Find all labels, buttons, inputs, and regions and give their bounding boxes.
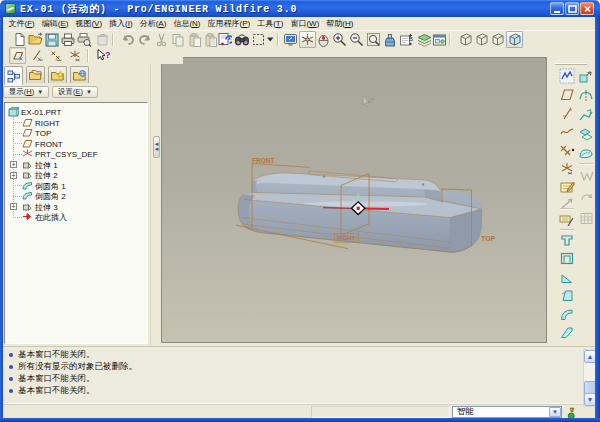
grid-disabled-button[interactable]: [577, 209, 595, 227]
tab-model-tree[interactable]: [4, 66, 23, 85]
revolve-tool-button[interactable]: [577, 87, 595, 105]
context-help-button[interactable]: ?: [93, 47, 115, 64]
spin-center-button[interactable]: [299, 31, 316, 48]
new-file-button[interactable]: [11, 31, 28, 48]
round-tool-button[interactable]: [558, 305, 576, 323]
boundary-blend-button[interactable]: [577, 144, 595, 162]
hole-tool-button[interactable]: [558, 231, 576, 249]
graphics-viewport[interactable]: FRONT RIGHT TOP: [161, 57, 547, 343]
cut-button[interactable]: [153, 31, 170, 48]
menu-window[interactable]: 窗口(W): [287, 18, 323, 29]
menu-view[interactable]: 视图(V): [72, 18, 106, 29]
tree-item-extrude2[interactable]: 拉伸 2: [22, 170, 58, 181]
find-button[interactable]: [233, 31, 250, 48]
draft-tool-icon: [560, 289, 574, 302]
tree-item-extrude1[interactable]: 拉伸 1: [22, 160, 58, 171]
datum-point-button[interactable]: [558, 141, 576, 159]
menu-insert[interactable]: 插入(I): [106, 18, 137, 29]
tab-connections[interactable]: [70, 66, 89, 83]
tree-item-csys[interactable]: PRT_CSYS_DEF: [22, 149, 98, 160]
selection-filter-combo[interactable]: 智能 ▼: [452, 406, 562, 418]
message-bullet-icon: [9, 377, 13, 381]
tree-item-front[interactable]: FRONT: [22, 139, 63, 150]
view-setup-button[interactable]: B: [398, 31, 415, 48]
zoom-out-button[interactable]: [348, 31, 365, 48]
hidden-line-button[interactable]: [473, 31, 490, 48]
tab-favorites[interactable]: [48, 66, 67, 83]
undo-button[interactable]: [120, 31, 137, 48]
tree-item-part[interactable]: EX-01.PRT: [8, 107, 61, 118]
print-button[interactable]: [59, 31, 76, 48]
sketched-curve-button[interactable]: [558, 123, 576, 141]
view-manager-button[interactable]: [431, 31, 448, 48]
copy-button[interactable]: [169, 31, 186, 48]
expander-extrude3[interactable]: +: [10, 203, 17, 210]
svg-text:?: ?: [105, 50, 111, 60]
chamfer-tool-button[interactable]: [558, 323, 576, 341]
select-box-button[interactable]: [250, 31, 267, 48]
menu-edit[interactable]: 编辑(E): [38, 18, 72, 29]
blend-tool-button[interactable]: [577, 125, 595, 143]
menu-tools[interactable]: 工具(T): [254, 18, 287, 29]
tree-item-insert-here[interactable]: 在此插入: [22, 212, 67, 223]
menu-analysis[interactable]: 分析(A): [136, 18, 170, 29]
delete-old-versions-button[interactable]: [94, 31, 111, 48]
datum-axis-tool-button[interactable]: [558, 104, 576, 122]
print-setup-button[interactable]: [75, 31, 92, 48]
menu-info[interactable]: 信息(N): [170, 18, 204, 29]
tree-item-round1[interactable]: 倒圆角 1: [22, 181, 66, 192]
use-previous-sketch-button[interactable]: [558, 194, 576, 212]
warp-tool-button[interactable]: [577, 167, 595, 185]
navigator-sash[interactable]: ◄◄: [150, 64, 161, 345]
extrude-tool-button[interactable]: [577, 68, 595, 86]
menu-applications[interactable]: 应用程序(P): [204, 18, 254, 29]
menu-file[interactable]: 文件(F): [5, 18, 38, 29]
tab-folder-browser[interactable]: [26, 66, 45, 83]
shell-tool-icon: [560, 252, 574, 265]
no-hidden-button[interactable]: [489, 31, 506, 48]
redo-button[interactable]: [136, 31, 153, 48]
style-tool-button[interactable]: [558, 67, 576, 85]
expander-extrude2[interactable]: +: [10, 172, 17, 179]
sweep-tool-button[interactable]: [577, 106, 595, 124]
datum-csys-button[interactable]: [558, 160, 576, 178]
sash-collapse-handle[interactable]: ◄◄: [153, 136, 160, 158]
menu-help[interactable]: 帮助(H): [323, 18, 357, 29]
pattern-disabled-button[interactable]: [577, 187, 595, 205]
minimize-button[interactable]: [550, 2, 564, 15]
point-display-toggle[interactable]: [47, 47, 64, 64]
redo-icon: [137, 33, 152, 46]
shaded-icon: [507, 32, 522, 47]
shaded-button[interactable]: [506, 31, 523, 48]
open-file-button[interactable]: [27, 31, 44, 48]
orient-mode-button[interactable]: [315, 31, 332, 48]
wireframe-button[interactable]: [457, 31, 474, 48]
paste-button[interactable]: [186, 31, 203, 48]
refit-button[interactable]: [365, 31, 382, 48]
tree-item-right[interactable]: RIGHT: [22, 118, 60, 129]
datum-axis-display-toggle[interactable]: [28, 47, 45, 64]
settings-dropdown-button[interactable]: 设置(E)▼: [52, 86, 98, 98]
regenerate-button[interactable]: [216, 31, 233, 48]
note-tool-button[interactable]: [558, 211, 576, 229]
csys-display-toggle[interactable]: [66, 47, 83, 64]
saved-views-button[interactable]: [381, 31, 398, 48]
shell-tool-button[interactable]: [558, 250, 576, 268]
tree-item-top[interactable]: TOP: [22, 128, 51, 139]
zoom-in-button[interactable]: [331, 31, 348, 48]
draft-tool-button[interactable]: [558, 287, 576, 305]
show-dropdown-button[interactable]: 显示(H)▼: [3, 86, 49, 98]
tree-item-round2[interactable]: 倒圆角 2: [22, 191, 66, 202]
close-button[interactable]: [580, 2, 594, 15]
combo-dropdown-arrow[interactable]: ▼: [549, 407, 561, 417]
expander-extrude1[interactable]: +: [10, 161, 17, 168]
datum-plane-display-toggle[interactable]: [9, 47, 26, 64]
select-dropdown-arrow[interactable]: [266, 31, 275, 48]
rib-tool-button[interactable]: [558, 268, 576, 286]
datum-plane-tool-button[interactable]: [558, 86, 576, 104]
csys-display-icon: [68, 49, 82, 62]
repaint-button[interactable]: [282, 31, 299, 48]
maximize-button[interactable]: [565, 2, 579, 15]
save-button[interactable]: [43, 31, 60, 48]
tree-item-extrude3[interactable]: 拉伸 3: [22, 202, 58, 213]
